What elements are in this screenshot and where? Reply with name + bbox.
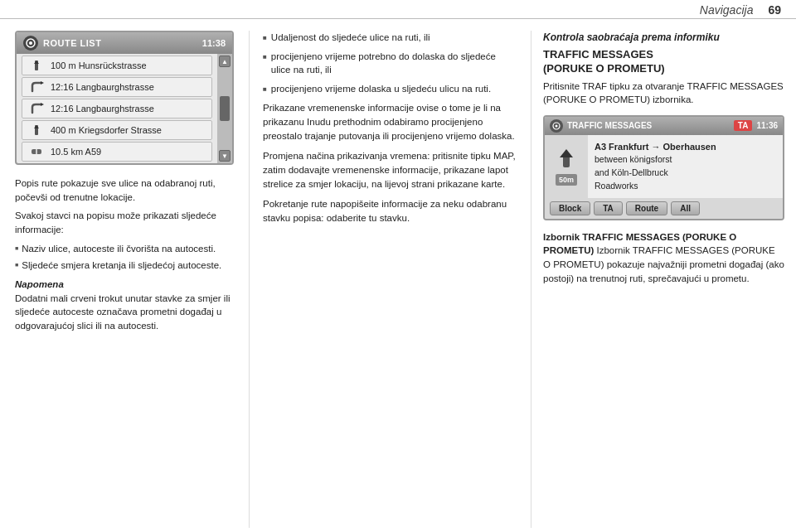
mid-bullet-2-text: procijenjeno vrijeme potrebno do dolaska… <box>271 50 517 76</box>
bullet-2-text: Sljedeće smjera kretanja ili sljedećoj a… <box>22 259 221 273</box>
route-items: 100 m Hunsrückstrasse 12:16 Langbaurghst… <box>17 54 217 163</box>
widget-time: 11:38 <box>202 38 226 48</box>
left-note: Napomena Dodatni mali crveni trokut unut… <box>15 278 234 333</box>
mid-bullet-mark-1: ■ <box>263 33 267 44</box>
route-item-text-4: 400 m Kriegsdorfer Strasse <box>51 125 162 135</box>
svg-point-11 <box>556 124 558 127</box>
route-item-text-2: 12:16 Langbaurghstrasse <box>51 82 154 92</box>
right-heading-1: Kontrola saobraćaja prema informiku <box>543 31 784 45</box>
traffic-widget-body: 50m A3 Frankfurt → Oberhausen between kö… <box>545 135 783 198</box>
ta-button[interactable]: TA <box>594 201 623 215</box>
traffic-buttons-bar: Block TA Route All <box>545 198 783 219</box>
svg-marker-13 <box>560 149 573 157</box>
left-sub-intro: Svakoj stavci na popisu može prikazati s… <box>15 209 234 236</box>
svg-marker-7 <box>34 125 39 128</box>
route-item: 400 m Kriegsdorfer Strasse <box>22 120 212 140</box>
route-icon-turn2 <box>27 102 46 115</box>
traffic-icon-col: 50m <box>545 135 588 198</box>
mid-para-1: Prikazane vremenenske informacije ovise … <box>263 101 517 143</box>
ta-badge: TA <box>734 120 753 131</box>
svg-point-1 <box>29 41 32 45</box>
right-subtext: Pritisnite TRAF tipku za otvaranje TRAFF… <box>543 80 784 107</box>
route-item: 12:16 Langbaurghstrasse <box>22 77 212 97</box>
route-list-body: 100 m Hunsrückstrasse 12:16 Langbaurghst… <box>17 54 232 163</box>
right-column: Kontrola saobraćaja prema informiku TRAF… <box>531 31 796 528</box>
route-item-text-5: 10.5 km A59 <box>51 147 101 157</box>
mid-bullet-mark-3: ■ <box>263 85 267 95</box>
traffic-distance-badge: 50m <box>556 174 577 186</box>
traffic-widget-time: 11:36 <box>756 121 778 130</box>
scroll-thumb <box>220 96 230 121</box>
middle-column: ■ Udaljenost do sljedeće ulice na ruti, … <box>249 31 531 528</box>
main-content: ROUTE LIST 11:38 100 m Hunsrückstrasse <box>0 19 796 528</box>
note-label: Napomena <box>15 279 64 289</box>
svg-marker-5 <box>41 103 44 106</box>
left-description: Popis rute pokazuje sve ulice na odabran… <box>15 177 234 333</box>
bottom-text-bold-1: Izbornik <box>543 232 582 242</box>
scroll-down-button[interactable]: ▼ <box>219 150 231 162</box>
route-icon-straight <box>27 59 46 72</box>
mid-para-3: Pokretanje rute napopišeite informacije … <box>263 197 517 225</box>
traffic-direction-icon <box>553 148 580 171</box>
traffic-route-info: A3 Frankfurt → Oberhausen <box>595 140 776 154</box>
traffic-messages-widget: TRAFFIC MESSAGES TA 11:36 50m A3 Frankfu… <box>543 115 784 220</box>
route-list-widget: ROUTE LIST 11:38 100 m Hunsrückstrasse <box>15 31 234 165</box>
mid-para-2: Promjena načina prikazivanja vremena: pr… <box>263 149 517 191</box>
note-text: Dodatni mali crveni trokut unutar stavke… <box>15 293 231 331</box>
traffic-widget-header: TRAFFIC MESSAGES TA 11:36 <box>545 117 783 135</box>
block-button[interactable]: Block <box>550 201 590 215</box>
bullet-1-text: Naziv ulice, autoceste ili čvorišta na a… <box>22 242 216 256</box>
mid-bullet-1: ■ Udaljenost do sljedeće ulice na ruti, … <box>263 31 517 44</box>
scrollbar[interactable]: ▲ ▼ <box>217 54 232 163</box>
mid-bullet-2: ■ procijenjeno vrijeme potrebno do dolas… <box>263 50 517 76</box>
svg-marker-4 <box>41 81 44 85</box>
traffic-info-line-1: between königsforst <box>595 153 776 167</box>
mid-bullet-3: ■ procijenjeno vrijeme dolaska u sljedeć… <box>263 82 517 95</box>
left-intro: Popis rute pokazuje sve ulice na odabran… <box>15 177 234 204</box>
traffic-icon <box>550 119 563 133</box>
route-item-text-1: 100 m Hunsrückstrasse <box>51 60 147 70</box>
mid-bullet-1-text: Udaljenost do sljedeće ulice na ruti, il… <box>271 31 430 44</box>
traffic-info: A3 Frankfurt → Oberhausen between königs… <box>588 135 783 198</box>
traffic-info-line-3: Roadworks <box>595 180 776 193</box>
left-column: ROUTE LIST 11:38 100 m Hunsrückstrasse <box>0 31 249 528</box>
scroll-up-button[interactable]: ▲ <box>219 56 231 67</box>
widget-header-icon <box>23 36 38 51</box>
route-item-text-3: 12:16 Langbaurghstrasse <box>51 104 154 114</box>
route-icon-straight2 <box>27 123 46 137</box>
heading-caps-line1: TRAFFIC MESSAGES <box>543 48 653 60</box>
route-item: 100 m Hunsrückstrasse <box>22 56 212 75</box>
route-icon-road <box>27 145 46 158</box>
route-icon-turn <box>27 80 46 94</box>
page-header: Navigacija 69 <box>0 0 796 19</box>
widget-header: ROUTE LIST 11:38 <box>17 32 232 54</box>
svg-marker-3 <box>34 60 39 64</box>
route-button[interactable]: Route <box>626 201 667 215</box>
route-item: 10.5 km A59 <box>22 142 212 162</box>
right-heading-2: TRAFFIC MESSAGES (PORUKE O PROMETU) <box>543 48 784 76</box>
widget-title: ROUTE LIST <box>43 38 197 48</box>
left-bullet-1: Naziv ulice, autoceste ili čvorišta na a… <box>15 242 234 256</box>
all-button[interactable]: All <box>671 201 700 215</box>
right-bottom-text: Izbornik TRAFFIC MESSAGES (PORUKE O PROM… <box>543 230 784 286</box>
route-item: 12:16 Langbaurghstrasse <box>22 99 212 118</box>
mid-bullet-3-text: procijenjeno vrijeme dolaska u sljedeću … <box>271 82 491 95</box>
left-bullet-2: Sljedeće smjera kretanja ili sljedećoj a… <box>15 259 234 273</box>
svg-rect-9 <box>36 149 37 154</box>
heading-caps-line2: (PORUKE O PROMETU) <box>543 62 665 75</box>
traffic-info-line-2: and Köln-Dellbruck <box>595 167 776 180</box>
page-number: 69 <box>768 3 781 17</box>
page-title: Navigacija <box>700 3 754 17</box>
mid-bullet-mark-2: ■ <box>263 52 267 76</box>
traffic-widget-title: TRAFFIC MESSAGES <box>567 121 730 130</box>
